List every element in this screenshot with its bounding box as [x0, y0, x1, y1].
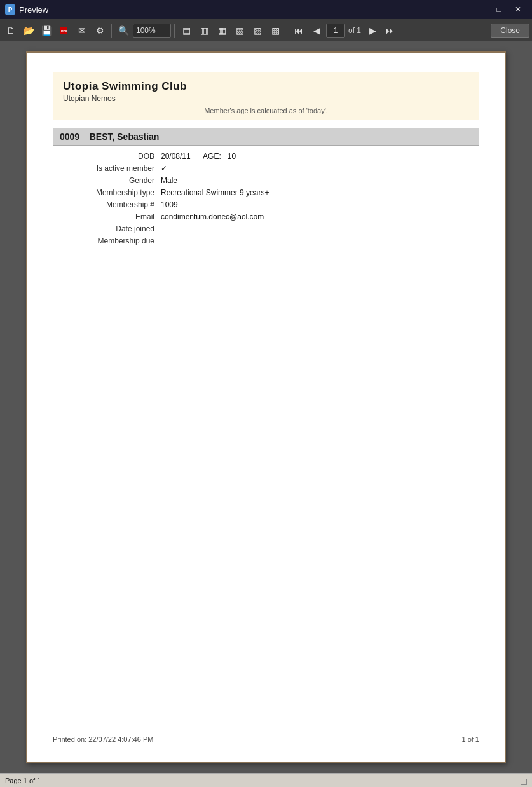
next-page-button[interactable]: ▶: [364, 22, 381, 39]
membership-due-row: Membership due: [59, 236, 473, 245]
member-id: 0009: [60, 132, 79, 142]
title-bar-controls: ─ □ ✕: [471, 3, 527, 16]
membership-due-label: Membership due: [59, 236, 161, 245]
membership-num-label: Membership #: [59, 200, 161, 209]
resize-grip-container: [514, 776, 527, 785]
main-area: Utopia Swimming Club Utopian Nemos Membe…: [0, 42, 532, 773]
zoom-search-button[interactable]: 🔍: [115, 22, 132, 39]
membership-num-value: 1009: [161, 200, 473, 209]
email-row: Email condimentum.donec@aol.com: [59, 212, 473, 221]
membership-due-value: [161, 236, 473, 245]
separator-3: [287, 24, 287, 38]
club-name: Utopia Swimming Club: [63, 80, 469, 93]
save-button[interactable]: 💾: [38, 22, 55, 39]
report-note: Member's age is calcuated as of 'today'.: [63, 107, 469, 114]
new-button[interactable]: 🗋: [3, 22, 19, 39]
email-value: condimentum.donec@aol.com: [161, 212, 473, 221]
layout6-button[interactable]: ▩: [267, 22, 283, 39]
separator-2: [174, 24, 175, 38]
open-button[interactable]: 📂: [20, 22, 37, 39]
gender-label: Gender: [59, 176, 161, 185]
close-button[interactable]: Close: [491, 24, 529, 38]
active-row: Is active member ✓: [59, 164, 473, 173]
layout5-button[interactable]: ▨: [249, 22, 266, 39]
paper: Utopia Swimming Club Utopian Nemos Membe…: [26, 51, 506, 763]
club-subtitle: Utopian Nemos: [63, 94, 469, 103]
report-header: Utopia Swimming Club Utopian Nemos Membe…: [53, 72, 479, 120]
toolbar: 🗋 📂 💾 PDF ✉ ⚙ 🔍 ▤ ▥ ▦ ▧ ▨ ▩ ⏮ ◀ of 1 ▶ ⏭…: [0, 19, 532, 42]
membership-type-row: Membership type Recreational Swimmer 9 y…: [59, 188, 473, 197]
layout2-button[interactable]: ▥: [196, 22, 212, 39]
gender-value: Male: [161, 176, 473, 185]
printed-text: Printed on: 22/07/22 4:07:46 PM: [53, 736, 153, 743]
pdf-button[interactable]: PDF: [56, 22, 72, 39]
membership-type-label: Membership type: [59, 188, 161, 197]
date-joined-value: [161, 224, 473, 233]
layout3-button[interactable]: ▦: [214, 22, 230, 39]
zoom-input[interactable]: [133, 24, 171, 38]
last-page-button[interactable]: ⏭: [382, 22, 399, 39]
email-label: Email: [59, 212, 161, 221]
settings-button[interactable]: ⚙: [92, 22, 108, 39]
email-button[interactable]: ✉: [74, 22, 90, 39]
dob-row: DOB 20/08/11 AGE: 10: [59, 152, 473, 161]
active-value: ✓: [161, 164, 473, 173]
title-bar: P Preview ─ □ ✕: [0, 0, 532, 19]
date-joined-row: Date joined: [59, 224, 473, 233]
title-bar-left: P Preview: [5, 4, 48, 15]
date-joined-label: Date joined: [59, 224, 161, 233]
maximize-button[interactable]: □: [490, 3, 508, 16]
app-icon: P: [5, 4, 15, 15]
first-page-button[interactable]: ⏮: [290, 22, 307, 39]
minimize-button[interactable]: ─: [471, 3, 489, 16]
footer-page-label: 1 of 1: [461, 736, 479, 743]
window-title: Preview: [19, 5, 48, 15]
member-header: 0009 BEST, Sebastian: [53, 128, 479, 146]
active-label: Is active member: [59, 164, 161, 173]
dob-value: 20/08/11 AGE: 10: [161, 152, 473, 161]
status-page-info: Page 1 of 1: [5, 777, 41, 784]
resize-grip-icon: [521, 779, 527, 785]
membership-type-value: Recreational Swimmer 9 years+: [161, 188, 473, 197]
prev-page-button[interactable]: ◀: [308, 22, 325, 39]
layout1-button[interactable]: ▤: [178, 22, 194, 39]
gender-row: Gender Male: [59, 176, 473, 185]
page-number-input[interactable]: [326, 24, 345, 38]
page-of-label: of 1: [348, 26, 361, 35]
window-close-button[interactable]: ✕: [509, 3, 527, 16]
status-bar: Page 1 of 1: [0, 773, 532, 787]
separator-1: [111, 24, 112, 38]
membership-num-row: Membership # 1009: [59, 200, 473, 209]
member-name: BEST, Sebastian: [90, 132, 160, 142]
member-details: DOB 20/08/11 AGE: 10 Is active member ✓ …: [53, 152, 479, 249]
paper-footer: Printed on: 22/07/22 4:07:46 PM 1 of 1: [53, 723, 479, 743]
svg-text:PDF: PDF: [61, 29, 67, 33]
dob-label: DOB: [59, 152, 161, 161]
layout4-button[interactable]: ▧: [231, 22, 248, 39]
